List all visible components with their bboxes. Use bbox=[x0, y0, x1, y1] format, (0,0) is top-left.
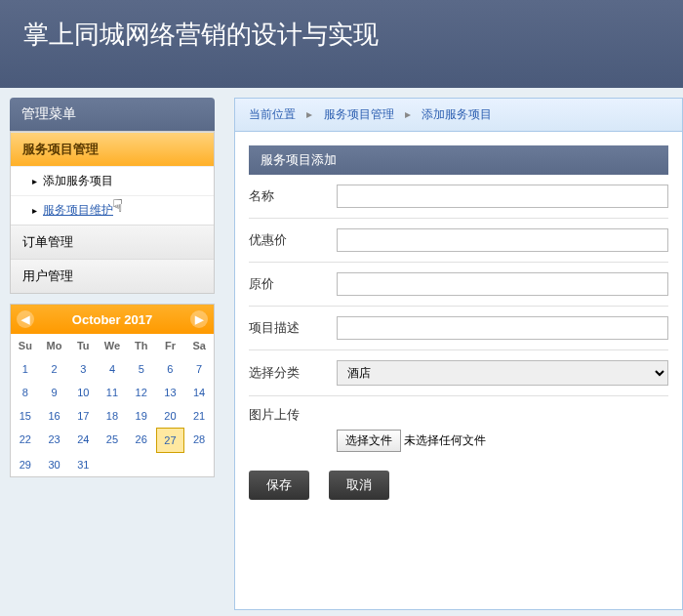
save-button[interactable]: 保存 bbox=[249, 471, 309, 500]
calendar-day bbox=[98, 453, 127, 476]
calendar-day[interactable]: 25 bbox=[98, 428, 127, 453]
cancel-button[interactable]: 取消 bbox=[329, 471, 389, 500]
calendar-day-header: Fr bbox=[156, 334, 185, 357]
calendar-day[interactable]: 12 bbox=[127, 381, 156, 404]
calendar-day[interactable]: 6 bbox=[156, 357, 185, 381]
calendar-title: October 2017 bbox=[72, 312, 152, 327]
sidebar: 管理菜单 服务项目管理 添加服务项目 服务项目维护 订单管理 用户管理 ◀ Oc… bbox=[0, 88, 224, 616]
calendar-day-header: Sa bbox=[184, 334, 214, 357]
label-name: 名称 bbox=[249, 187, 337, 205]
menu: 服务项目管理 添加服务项目 服务项目维护 订单管理 用户管理 bbox=[10, 131, 215, 294]
calendar-day[interactable]: 26 bbox=[127, 428, 156, 453]
calendar-prev-icon[interactable]: ◀ bbox=[17, 310, 34, 328]
select-category[interactable]: 酒店 bbox=[337, 360, 668, 386]
calendar-day[interactable]: 13 bbox=[156, 381, 185, 404]
panel: 当前位置 ▸ 服务项目管理 ▸ 添加服务项目 服务项目添加 名称 优惠价 原价 bbox=[234, 98, 683, 610]
calendar-day bbox=[127, 453, 156, 476]
calendar-day[interactable]: 22 bbox=[11, 428, 40, 453]
calendar-day[interactable]: 27 bbox=[156, 428, 185, 453]
calendar-day-header: Su bbox=[11, 334, 40, 357]
calendar-day[interactable]: 4 bbox=[98, 357, 127, 381]
label-desc: 项目描述 bbox=[249, 319, 337, 337]
calendar-day[interactable]: 30 bbox=[40, 453, 69, 476]
calendar-day[interactable]: 29 bbox=[11, 453, 40, 476]
calendar-day-header: Th bbox=[127, 334, 156, 357]
input-original[interactable] bbox=[337, 272, 668, 296]
calendar-day[interactable]: 28 bbox=[184, 428, 214, 453]
menu-item-orders[interactable]: 订单管理 bbox=[11, 226, 214, 259]
label-discount: 优惠价 bbox=[249, 231, 337, 249]
label-category: 选择分类 bbox=[249, 364, 337, 382]
file-status: 未选择任何文件 bbox=[404, 433, 486, 447]
input-discount[interactable] bbox=[337, 228, 668, 252]
main-content: 当前位置 ▸ 服务项目管理 ▸ 添加服务项目 服务项目添加 名称 优惠价 原价 bbox=[224, 88, 683, 616]
submenu-maintain-service[interactable]: 服务项目维护 bbox=[11, 195, 214, 225]
menu-item-service[interactable]: 服务项目管理 bbox=[11, 133, 214, 166]
section-title: 服务项目添加 bbox=[249, 145, 668, 175]
calendar-day[interactable]: 16 bbox=[40, 404, 69, 428]
calendar-day[interactable]: 2 bbox=[40, 357, 69, 381]
calendar-day[interactable]: 11 bbox=[98, 381, 127, 404]
calendar-day[interactable]: 19 bbox=[127, 404, 156, 428]
input-name[interactable] bbox=[337, 185, 668, 208]
calendar-day-header: Mo bbox=[40, 334, 69, 357]
calendar-day[interactable]: 8 bbox=[11, 381, 40, 404]
calendar-day[interactable]: 23 bbox=[40, 428, 69, 453]
file-choose-button[interactable]: 选择文件 bbox=[337, 430, 401, 452]
calendar-day[interactable]: 9 bbox=[40, 381, 69, 404]
calendar-day bbox=[156, 453, 185, 476]
calendar-day[interactable]: 14 bbox=[184, 381, 214, 404]
app-title: 掌上同城网络营销的设计与实现 bbox=[23, 20, 379, 49]
breadcrumb: 当前位置 ▸ 服务项目管理 ▸ 添加服务项目 bbox=[235, 99, 682, 132]
calendar-day[interactable]: 7 bbox=[184, 357, 214, 381]
form: 名称 优惠价 原价 项目描述 选择分类 酒店 bbox=[249, 175, 668, 513]
calendar: ◀ October 2017 ▶ SuMoTuWeThFrSa123456789… bbox=[10, 304, 215, 477]
label-upload: 图片上传 bbox=[249, 406, 337, 424]
submenu-add-service[interactable]: 添加服务项目 bbox=[11, 166, 214, 195]
chevron-right-icon: ▸ bbox=[405, 107, 411, 121]
input-desc[interactable] bbox=[337, 316, 668, 340]
calendar-next-icon[interactable]: ▶ bbox=[190, 310, 208, 328]
menu-title: 管理菜单 bbox=[10, 98, 215, 131]
calendar-day[interactable]: 5 bbox=[127, 357, 156, 381]
menu-item-users[interactable]: 用户管理 bbox=[11, 260, 214, 293]
breadcrumb-label: 当前位置 bbox=[249, 107, 296, 121]
calendar-day[interactable]: 1 bbox=[11, 357, 40, 381]
label-original: 原价 bbox=[249, 275, 337, 293]
calendar-day bbox=[184, 453, 214, 476]
chevron-right-icon: ▸ bbox=[306, 107, 312, 121]
breadcrumb-item[interactable]: 服务项目管理 bbox=[324, 107, 394, 121]
breadcrumb-item[interactable]: 添加服务项目 bbox=[422, 107, 492, 121]
calendar-day[interactable]: 24 bbox=[68, 428, 98, 453]
app-header: 掌上同城网络营销的设计与实现 bbox=[0, 0, 683, 88]
calendar-day[interactable]: 15 bbox=[11, 404, 40, 428]
calendar-day[interactable]: 31 bbox=[68, 453, 98, 476]
calendar-day[interactable]: 21 bbox=[184, 404, 214, 428]
calendar-day[interactable]: 20 bbox=[156, 404, 185, 428]
calendar-day-header: Tu bbox=[68, 334, 98, 357]
calendar-day[interactable]: 3 bbox=[68, 357, 98, 381]
calendar-day[interactable]: 18 bbox=[98, 404, 127, 428]
calendar-day[interactable]: 17 bbox=[68, 404, 98, 428]
calendar-day[interactable]: 10 bbox=[68, 381, 98, 404]
calendar-day-header: We bbox=[98, 334, 127, 357]
